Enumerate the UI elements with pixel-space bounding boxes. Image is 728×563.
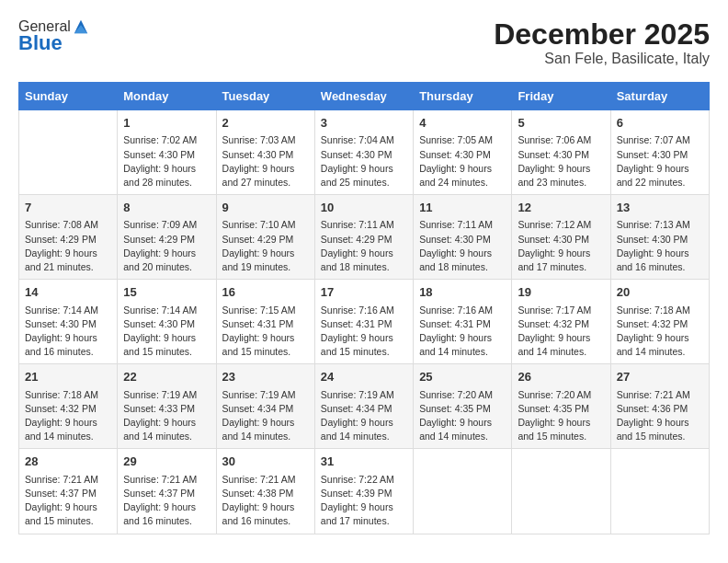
calendar-cell: 2Sunrise: 7:03 AM Sunset: 4:30 PM Daylig… xyxy=(216,110,314,195)
day-info: Sunrise: 7:18 AM Sunset: 4:32 PM Dayligh… xyxy=(25,388,111,444)
day-info: Sunrise: 7:17 AM Sunset: 4:32 PM Dayligh… xyxy=(518,304,604,360)
day-info: Sunrise: 7:16 AM Sunset: 4:31 PM Dayligh… xyxy=(419,304,506,360)
day-number: 17 xyxy=(321,284,407,301)
calendar-cell: 8Sunrise: 7:09 AM Sunset: 4:29 PM Daylig… xyxy=(118,195,216,280)
calendar-cell: 26Sunrise: 7:20 AM Sunset: 4:35 PM Dayli… xyxy=(512,364,610,449)
day-info: Sunrise: 7:15 AM Sunset: 4:31 PM Dayligh… xyxy=(222,304,309,360)
calendar-cell: 28Sunrise: 7:21 AM Sunset: 4:37 PM Dayli… xyxy=(19,449,118,534)
column-header-wednesday: Wednesday xyxy=(314,83,413,110)
calendar-cell: 4Sunrise: 7:05 AM Sunset: 4:30 PM Daylig… xyxy=(414,110,512,195)
calendar-cell: 30Sunrise: 7:21 AM Sunset: 4:38 PM Dayli… xyxy=(216,449,314,534)
day-info: Sunrise: 7:11 AM Sunset: 4:30 PM Dayligh… xyxy=(419,218,506,274)
column-header-monday: Monday xyxy=(118,83,216,110)
calendar-cell: 3Sunrise: 7:04 AM Sunset: 4:30 PM Daylig… xyxy=(314,110,413,195)
day-info: Sunrise: 7:13 AM Sunset: 4:30 PM Dayligh… xyxy=(617,218,703,274)
day-info: Sunrise: 7:19 AM Sunset: 4:33 PM Dayligh… xyxy=(123,388,210,444)
day-number: 12 xyxy=(518,200,604,216)
day-number: 7 xyxy=(25,200,111,216)
calendar-header-row: SundayMondayTuesdayWednesdayThursdayFrid… xyxy=(19,83,710,110)
day-number: 11 xyxy=(419,200,506,216)
day-info: Sunrise: 7:18 AM Sunset: 4:32 PM Dayligh… xyxy=(617,304,703,360)
calendar-week-row: 14Sunrise: 7:14 AM Sunset: 4:30 PM Dayli… xyxy=(19,280,710,364)
calendar-cell: 14Sunrise: 7:14 AM Sunset: 4:30 PM Dayli… xyxy=(19,280,118,364)
day-info: Sunrise: 7:12 AM Sunset: 4:30 PM Dayligh… xyxy=(518,218,604,274)
day-number: 20 xyxy=(617,284,703,301)
day-info: Sunrise: 7:03 AM Sunset: 4:30 PM Dayligh… xyxy=(222,133,309,190)
logo-icon xyxy=(73,18,89,35)
calendar-cell: 15Sunrise: 7:14 AM Sunset: 4:30 PM Dayli… xyxy=(118,280,216,364)
calendar-cell: 25Sunrise: 7:20 AM Sunset: 4:35 PM Dayli… xyxy=(414,364,512,449)
calendar-cell: 18Sunrise: 7:16 AM Sunset: 4:31 PM Dayli… xyxy=(414,280,512,364)
calendar-cell: 19Sunrise: 7:17 AM Sunset: 4:32 PM Dayli… xyxy=(512,280,610,364)
day-number: 23 xyxy=(222,369,309,385)
svg-marker-1 xyxy=(74,25,87,33)
day-number: 16 xyxy=(222,284,309,301)
day-number: 21 xyxy=(25,369,111,385)
column-header-saturday: Saturday xyxy=(610,83,709,110)
calendar-cell: 10Sunrise: 7:11 AM Sunset: 4:29 PM Dayli… xyxy=(314,195,413,280)
day-number: 5 xyxy=(518,115,604,132)
day-number: 19 xyxy=(518,284,604,301)
column-header-friday: Friday xyxy=(512,83,610,110)
calendar-cell: 5Sunrise: 7:06 AM Sunset: 4:30 PM Daylig… xyxy=(512,110,610,195)
day-info: Sunrise: 7:19 AM Sunset: 4:34 PM Dayligh… xyxy=(321,388,407,444)
day-info: Sunrise: 7:10 AM Sunset: 4:29 PM Dayligh… xyxy=(222,218,309,274)
calendar-cell: 1Sunrise: 7:02 AM Sunset: 4:30 PM Daylig… xyxy=(118,110,216,195)
day-info: Sunrise: 7:07 AM Sunset: 4:30 PM Dayligh… xyxy=(617,133,703,190)
calendar-cell: 6Sunrise: 7:07 AM Sunset: 4:30 PM Daylig… xyxy=(610,110,709,195)
calendar-cell: 13Sunrise: 7:13 AM Sunset: 4:30 PM Dayli… xyxy=(610,195,709,280)
title-block: December 2025 San Fele, Basilicate, Ital… xyxy=(494,18,710,67)
day-info: Sunrise: 7:05 AM Sunset: 4:30 PM Dayligh… xyxy=(419,133,506,190)
calendar-table: SundayMondayTuesdayWednesdayThursdayFrid… xyxy=(18,82,710,534)
day-number: 3 xyxy=(321,115,407,132)
column-header-tuesday: Tuesday xyxy=(216,83,314,110)
calendar-cell: 27Sunrise: 7:21 AM Sunset: 4:36 PM Dayli… xyxy=(610,364,709,449)
day-info: Sunrise: 7:04 AM Sunset: 4:30 PM Dayligh… xyxy=(321,133,407,190)
day-number: 4 xyxy=(419,115,506,132)
day-info: Sunrise: 7:21 AM Sunset: 4:37 PM Dayligh… xyxy=(123,473,210,529)
calendar-cell: 16Sunrise: 7:15 AM Sunset: 4:31 PM Dayli… xyxy=(216,280,314,364)
day-number: 31 xyxy=(321,454,407,470)
day-info: Sunrise: 7:11 AM Sunset: 4:29 PM Dayligh… xyxy=(321,218,407,274)
day-info: Sunrise: 7:19 AM Sunset: 4:34 PM Dayligh… xyxy=(222,388,309,444)
calendar-cell xyxy=(610,449,709,534)
day-info: Sunrise: 7:14 AM Sunset: 4:30 PM Dayligh… xyxy=(123,304,210,360)
day-info: Sunrise: 7:09 AM Sunset: 4:29 PM Dayligh… xyxy=(123,218,210,274)
calendar-title: December 2025 xyxy=(494,18,710,51)
day-info: Sunrise: 7:14 AM Sunset: 4:30 PM Dayligh… xyxy=(25,304,111,360)
day-number: 18 xyxy=(419,284,506,301)
day-number: 6 xyxy=(617,115,703,132)
calendar-week-row: 28Sunrise: 7:21 AM Sunset: 4:37 PM Dayli… xyxy=(19,449,710,534)
day-number: 27 xyxy=(617,369,703,385)
day-number: 10 xyxy=(321,200,407,216)
calendar-cell: 12Sunrise: 7:12 AM Sunset: 4:30 PM Dayli… xyxy=(512,195,610,280)
day-info: Sunrise: 7:21 AM Sunset: 4:36 PM Dayligh… xyxy=(617,388,703,444)
calendar-cell: 31Sunrise: 7:22 AM Sunset: 4:39 PM Dayli… xyxy=(314,449,413,534)
day-number: 9 xyxy=(222,200,309,216)
day-info: Sunrise: 7:22 AM Sunset: 4:39 PM Dayligh… xyxy=(321,473,407,529)
day-number: 24 xyxy=(321,369,407,385)
calendar-cell: 20Sunrise: 7:18 AM Sunset: 4:32 PM Dayli… xyxy=(610,280,709,364)
page-header: General Blue December 2025 San Fele, Bas… xyxy=(18,18,710,67)
calendar-cell: 17Sunrise: 7:16 AM Sunset: 4:31 PM Dayli… xyxy=(314,280,413,364)
logo: General Blue xyxy=(18,18,89,55)
day-number: 15 xyxy=(123,284,210,301)
calendar-cell: 29Sunrise: 7:21 AM Sunset: 4:37 PM Dayli… xyxy=(118,449,216,534)
day-number: 8 xyxy=(123,200,210,216)
day-info: Sunrise: 7:08 AM Sunset: 4:29 PM Dayligh… xyxy=(25,218,111,274)
day-info: Sunrise: 7:21 AM Sunset: 4:38 PM Dayligh… xyxy=(222,473,309,529)
day-number: 14 xyxy=(25,284,111,301)
calendar-cell: 9Sunrise: 7:10 AM Sunset: 4:29 PM Daylig… xyxy=(216,195,314,280)
calendar-cell: 23Sunrise: 7:19 AM Sunset: 4:34 PM Dayli… xyxy=(216,364,314,449)
day-number: 28 xyxy=(25,454,111,470)
day-number: 22 xyxy=(123,369,210,385)
day-number: 30 xyxy=(222,454,309,470)
calendar-week-row: 21Sunrise: 7:18 AM Sunset: 4:32 PM Dayli… xyxy=(19,364,710,449)
calendar-cell xyxy=(414,449,512,534)
calendar-cell: 22Sunrise: 7:19 AM Sunset: 4:33 PM Dayli… xyxy=(118,364,216,449)
day-info: Sunrise: 7:20 AM Sunset: 4:35 PM Dayligh… xyxy=(518,388,604,444)
day-number: 1 xyxy=(123,115,210,132)
calendar-cell: 21Sunrise: 7:18 AM Sunset: 4:32 PM Dayli… xyxy=(19,364,118,449)
calendar-cell: 24Sunrise: 7:19 AM Sunset: 4:34 PM Dayli… xyxy=(314,364,413,449)
column-header-sunday: Sunday xyxy=(19,83,118,110)
